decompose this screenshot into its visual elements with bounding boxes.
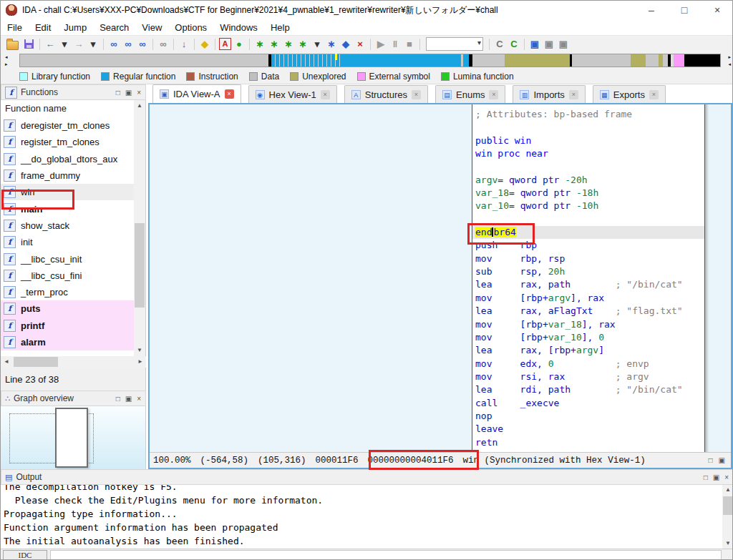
run-script-icon[interactable]: C: [508, 38, 520, 51]
make-menu-icon[interactable]: ▾: [311, 38, 324, 51]
tab-imports[interactable]: ▥Imports×: [513, 85, 585, 103]
tab-close-icon[interactable]: ×: [569, 90, 578, 99]
disasm-line-10[interactable]: push rbp: [475, 239, 683, 252]
module-add-icon[interactable]: ▣: [543, 38, 555, 51]
tab-structures[interactable]: AStructures×: [344, 85, 428, 103]
disasm-maximize-button[interactable]: □: [709, 456, 713, 464]
make-string-icon[interactable]: ∗: [282, 38, 295, 51]
nav-segment[interactable]: [342, 54, 461, 67]
disasm-line-22[interactable]: call _execve: [475, 397, 683, 410]
disasm-line-2[interactable]: public win: [475, 134, 683, 147]
functions-vertical-scrollbar[interactable]: ▲ ▼: [134, 100, 145, 356]
menu-file[interactable]: File: [1, 21, 29, 34]
nav-segment[interactable]: [674, 54, 684, 67]
tab-ida-view-a[interactable]: ▣IDA View-A×: [152, 84, 241, 103]
disasm-line-12[interactable]: sub rsp, 20h: [475, 265, 683, 278]
disasm-line-5[interactable]: argv= qword ptr -20h: [475, 174, 683, 187]
function-row-printf[interactable]: fprintf: [1, 318, 134, 334]
search-text-icon[interactable]: ∞: [107, 38, 120, 51]
function-row-deregister_tm_clones[interactable]: fderegister_tm_clones: [1, 117, 134, 134]
output-scrollbar[interactable]: ▲ ▼: [722, 485, 733, 549]
functions-close-button[interactable]: ×: [137, 89, 141, 97]
scrollbar-thumb[interactable]: [723, 496, 733, 515]
disasm-line-14[interactable]: mov [rbp+argv], rax: [475, 292, 683, 305]
menu-jump[interactable]: Jump: [57, 21, 93, 34]
nav-back-menu-icon[interactable]: ▾: [58, 38, 71, 51]
function-name-column-header[interactable]: Function name: [5, 103, 67, 114]
menu-edit[interactable]: Edit: [29, 21, 57, 34]
scroll-right-icon[interactable]: ►: [135, 356, 146, 368]
scroll-down-icon[interactable]: ▼: [722, 539, 733, 549]
minimize-button[interactable]: –: [635, 4, 668, 16]
functions-horizontal-scrollbar[interactable]: ◄ ►: [1, 356, 146, 368]
problems-icon[interactable]: A: [219, 38, 231, 50]
function-row-init[interactable]: finit: [1, 234, 134, 250]
nav-band-right-arrows[interactable]: ▸◂: [728, 54, 731, 68]
nav-segment[interactable]: [631, 54, 646, 67]
idc-button[interactable]: IDC: [3, 550, 47, 560]
function-row-puts[interactable]: fputs: [1, 300, 134, 317]
disasm-line-21[interactable]: lea rdi, path ; "/bin/cat": [475, 383, 683, 396]
disasm-line-17[interactable]: mov [rbp+var_10], 0: [475, 331, 683, 344]
disasm-line-15[interactable]: lea rax, aFlagTxt ; "flag.txt": [475, 305, 683, 318]
functions-maximize-button[interactable]: □: [116, 89, 120, 97]
function-row-frame_dummy[interactable]: fframe_dummy: [1, 167, 134, 184]
nav-forward-menu-icon[interactable]: ▾: [87, 38, 99, 51]
search-again-icon[interactable]: ∞: [157, 38, 170, 51]
menu-search[interactable]: Search: [93, 21, 135, 34]
tab-close-icon[interactable]: ×: [225, 89, 234, 99]
local-types-icon[interactable]: C: [493, 38, 506, 51]
open-file-icon[interactable]: [6, 41, 19, 50]
function-row-__libc_csu_fini[interactable]: f__libc_csu_fini: [1, 267, 134, 284]
function-row-__libc_csu_init[interactable]: f__libc_csu_init: [1, 250, 134, 267]
output-log[interactable]: The decompilation hotkey is F5. Please c…: [1, 485, 722, 549]
highlight-icon[interactable]: ◆: [198, 38, 211, 51]
nav-back-icon[interactable]: ←: [44, 38, 57, 51]
disasm-line-6[interactable]: var_18= qword ptr -18h: [475, 187, 683, 200]
function-row-main[interactable]: fmain: [1, 200, 134, 217]
nav-band-left-arrows[interactable]: ◂▸: [5, 54, 8, 68]
graph-overview-maximize-button[interactable]: □: [116, 395, 120, 403]
tab-enums[interactable]: ▤Enums×: [435, 85, 505, 103]
menu-view[interactable]: View: [135, 21, 168, 34]
make-array-icon[interactable]: ∗: [296, 38, 309, 51]
menu-help[interactable]: Help: [264, 21, 296, 34]
disasm-line-9[interactable]: endbr64: [475, 226, 683, 239]
disasm-line-18[interactable]: lea rax, [rbp+argv]: [475, 344, 683, 357]
function-row-__do_global_dtors_aux[interactable]: f__do_global_dtors_aux: [1, 151, 134, 167]
disasm-line-8[interactable]: [475, 213, 683, 226]
disasm-line-4[interactable]: [475, 160, 683, 173]
disasm-line-11[interactable]: mov rbp, rsp: [475, 252, 683, 265]
nav-segment[interactable]: [472, 54, 505, 67]
lumina-icon[interactable]: ●: [233, 38, 246, 51]
disasm-float-button[interactable]: ▣: [719, 456, 725, 464]
disasm-line-3[interactable]: win proc near: [475, 147, 683, 160]
make-code-icon[interactable]: ∗: [253, 38, 266, 51]
disasm-line-1[interactable]: [475, 121, 683, 134]
disasm-line-24[interactable]: leave: [475, 423, 683, 436]
debugger-windows-icon[interactable]: ▣: [528, 38, 541, 51]
output-float-button[interactable]: ▣: [713, 473, 719, 481]
scrollbar-thumb[interactable]: [14, 357, 58, 367]
disasm-line-0[interactable]: ; Attributes: bp-based frame: [475, 108, 683, 121]
disasm-line-19[interactable]: mov edx, 0 ; envp: [475, 358, 683, 370]
debug-pause-icon[interactable]: ‖: [389, 38, 402, 51]
disasm-line-16[interactable]: mov [rbp+var_18], rax: [475, 318, 683, 331]
output-maximize-button[interactable]: □: [704, 473, 708, 481]
scroll-down-icon[interactable]: ▼: [134, 345, 145, 356]
search-immediate-icon[interactable]: ∞: [136, 38, 149, 51]
disasm-line-7[interactable]: var_10= qword ptr -10h: [475, 200, 683, 212]
search-next-icon[interactable]: ∞: [122, 38, 135, 51]
nav-segment[interactable]: [505, 54, 570, 67]
tab-close-icon[interactable]: ×: [412, 90, 421, 99]
menu-windows[interactable]: Windows: [213, 21, 264, 34]
nav-segment[interactable]: [663, 54, 668, 67]
menu-options[interactable]: Options: [168, 21, 213, 34]
nav-segment[interactable]: [572, 54, 631, 67]
disasm-line-25[interactable]: retn: [475, 436, 683, 449]
make-data-icon[interactable]: ∗: [268, 38, 281, 51]
maximize-button[interactable]: □: [668, 4, 701, 16]
nav-segment[interactable]: [646, 54, 659, 67]
tab-close-icon[interactable]: ×: [489, 90, 498, 99]
comment-icon[interactable]: ◆: [339, 38, 352, 51]
